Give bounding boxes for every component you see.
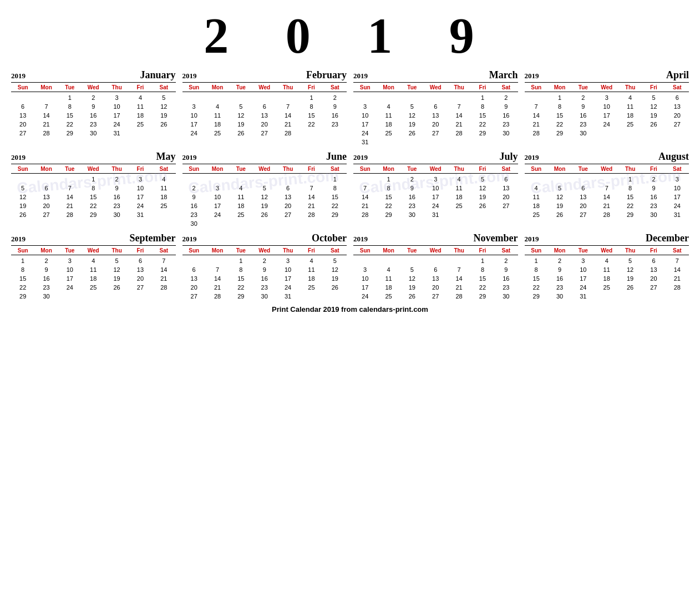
empty-cell (182, 93, 206, 102)
empty-cell (276, 93, 300, 102)
month-year-february: 2019 (182, 72, 197, 80)
month-year-july: 2019 (353, 153, 368, 162)
day-name-label: Wed (253, 165, 276, 173)
day-cell: 10 (58, 265, 82, 274)
day-cell: 10 (105, 102, 128, 111)
day-cell: 26 (400, 129, 424, 138)
day-cell: 22 (548, 120, 571, 129)
day-cell: 24 (58, 283, 82, 292)
empty-cell (34, 93, 58, 102)
day-name-label: Sat (323, 84, 347, 91)
day-name-label: Mon (548, 165, 571, 173)
day-cell: 25 (206, 129, 229, 138)
day-cell: 4 (377, 265, 400, 274)
day-cell: 28 (525, 129, 548, 138)
day-cell: 29 (377, 210, 400, 219)
month-name-june: June (326, 151, 347, 163)
day-cell: 19 (229, 120, 252, 129)
day-name-label: Wed (82, 165, 105, 173)
day-cell: 15 (525, 274, 548, 283)
day-cell: 1 (377, 175, 400, 184)
day-cell: 6 (666, 93, 689, 102)
days-grid-february: 1234567891011121314151617181920212223242… (182, 93, 347, 138)
empty-cell (353, 175, 377, 184)
day-name-label: Fri (471, 84, 494, 91)
day-cell: 27 (424, 129, 447, 138)
day-cell: 20 (129, 274, 152, 283)
day-cell: 13 (424, 111, 447, 120)
month-year-april: 2019 (525, 72, 539, 80)
empty-cell (58, 175, 82, 184)
day-cell: 22 (525, 283, 548, 292)
empty-cell (548, 175, 571, 184)
day-cell: 9 (182, 193, 206, 201)
day-cell: 24 (424, 201, 447, 210)
day-name-label: Sat (152, 165, 175, 173)
day-name-label: Sun (182, 165, 206, 173)
day-cell: 19 (471, 193, 494, 201)
empty-cell (206, 93, 229, 102)
day-name-label: Mon (34, 84, 58, 91)
day-cell: 29 (471, 292, 494, 301)
empty-cell (206, 256, 229, 265)
day-cell: 18 (618, 111, 642, 120)
day-name-label: Fri (129, 165, 152, 173)
day-cell: 29 (82, 210, 105, 219)
day-cell: 14 (447, 111, 470, 120)
days-header-march: SunMonTueWedThuFriSat (353, 84, 518, 91)
day-cell: 13 (11, 111, 34, 120)
day-cell: 11 (229, 193, 252, 201)
day-cell: 9 (105, 184, 128, 193)
day-name-label: Mon (377, 84, 400, 91)
day-cell: 10 (595, 102, 618, 111)
day-cell: 25 (377, 129, 400, 138)
day-cell: 1 (471, 256, 494, 265)
day-cell: 15 (11, 274, 34, 283)
day-cell: 25 (618, 120, 642, 129)
month-name-april: April (666, 69, 689, 81)
empty-cell (300, 175, 323, 184)
day-cell: 13 (129, 265, 152, 274)
empty-cell (353, 256, 377, 265)
day-cell: 3 (353, 102, 377, 111)
day-name-label: Tue (58, 84, 82, 91)
day-cell: 19 (253, 201, 276, 210)
day-cell: 21 (34, 120, 58, 129)
day-cell: 30 (494, 129, 518, 138)
day-cell: 6 (11, 102, 34, 111)
day-cell: 27 (666, 120, 689, 129)
month-block-december: 2019DecemberSunMonTueWedThuFriSat1234567… (525, 232, 689, 301)
day-name-label: Mon (377, 247, 400, 254)
day-cell: 6 (182, 265, 206, 274)
day-cell: 1 (548, 93, 571, 102)
days-grid-july: 1234567891011121314151617181920212223242… (353, 175, 518, 219)
day-name-label: Wed (595, 84, 618, 91)
month-name-december: December (646, 232, 689, 244)
empty-cell (377, 93, 400, 102)
days-header-august: SunMonTueWedThuFriSat (525, 165, 689, 173)
day-cell: 27 (642, 283, 665, 292)
day-cell: 5 (253, 184, 276, 193)
year-title: 2 0 1 9 (11, 6, 689, 69)
day-name-label: Sun (525, 247, 548, 254)
day-cell: 20 (182, 283, 206, 292)
day-cell: 13 (276, 193, 300, 201)
day-name-label: Mon (377, 165, 400, 173)
day-cell: 20 (34, 201, 58, 210)
day-name-label: Thu (276, 247, 300, 254)
day-cell: 18 (525, 201, 548, 210)
day-cell: 7 (353, 184, 377, 193)
day-cell: 2 (323, 93, 347, 102)
day-cell: 9 (642, 184, 665, 193)
day-name-label: Sun (525, 165, 548, 173)
day-cell: 3 (571, 256, 595, 265)
day-cell: 3 (182, 102, 206, 111)
day-cell: 12 (618, 265, 642, 274)
days-header-october: SunMonTueWedThuFriSat (182, 247, 347, 254)
day-cell: 24 (353, 129, 377, 138)
day-cell: 12 (471, 184, 494, 193)
days-header-april: SunMonTueWedThuFriSat (525, 84, 689, 91)
empty-cell (525, 93, 548, 102)
day-cell: 7 (152, 256, 175, 265)
day-name-label: Mon (548, 247, 571, 254)
